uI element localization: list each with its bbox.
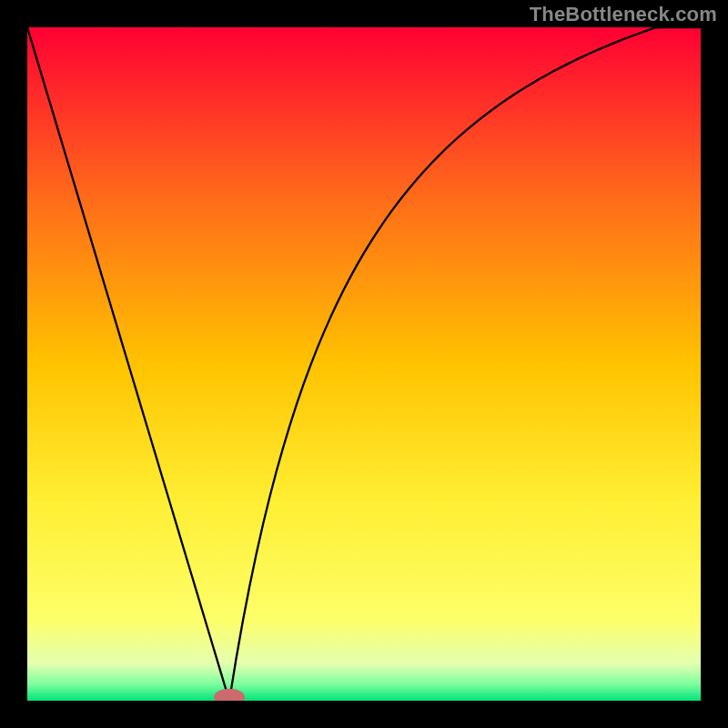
plot-area bbox=[27, 27, 701, 701]
watermark-text: TheBottleneck.com bbox=[530, 3, 717, 26]
plot-svg bbox=[27, 27, 701, 701]
chart-frame: TheBottleneck.com bbox=[0, 0, 728, 728]
